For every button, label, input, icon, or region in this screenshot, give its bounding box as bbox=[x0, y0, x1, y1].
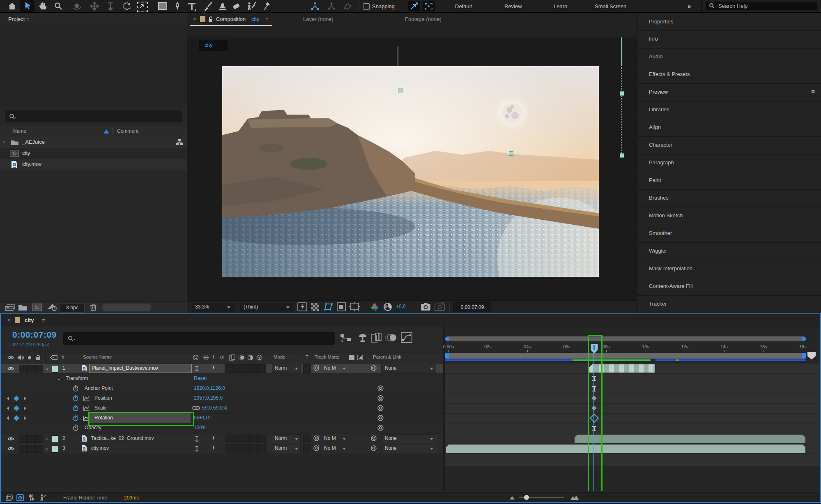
timeline-zoom-slider-knob[interactable] bbox=[524, 495, 529, 500]
type-tool[interactable] bbox=[187, 2, 197, 12]
transform-reset-button[interactable]: Reset bbox=[194, 375, 207, 381]
quality-toggle[interactable]: / bbox=[213, 435, 214, 441]
home-icon[interactable] bbox=[7, 2, 17, 11]
layer-row-3[interactable]: › 3 city.mov / Norm No M bbox=[1, 444, 443, 454]
motion-blur-column-icon[interactable] bbox=[238, 354, 245, 361]
world-axis-mode[interactable] bbox=[327, 2, 336, 10]
work-area-bar[interactable] bbox=[445, 353, 806, 359]
transfer-controls-icon[interactable] bbox=[28, 494, 35, 502]
blend-mode-dropdown[interactable]: Norm bbox=[272, 364, 301, 373]
adjustment-column-icon[interactable] bbox=[247, 354, 253, 361]
shy-toggle-icon[interactable] bbox=[194, 435, 200, 442]
region-of-interest-icon[interactable] bbox=[337, 302, 346, 311]
video-eye-column-icon[interactable] bbox=[7, 355, 14, 360]
parent-pickwhip-icon[interactable] bbox=[370, 435, 377, 442]
project-footer-scrollbar[interactable] bbox=[102, 304, 151, 311]
rectangle-tool[interactable] bbox=[158, 2, 168, 10]
composition-mini-flowchart-icon[interactable] bbox=[340, 333, 352, 343]
orbit-camera-tool[interactable] bbox=[72, 2, 83, 11]
sidebar-item-align[interactable]: Align bbox=[637, 119, 821, 137]
transform-group-label[interactable]: Transform bbox=[66, 375, 88, 381]
navigator-end-handle[interactable] bbox=[802, 337, 806, 341]
mask-visibility-icon[interactable] bbox=[323, 302, 333, 311]
property-label[interactable]: Anchor Point bbox=[85, 385, 113, 391]
bit-depth-button[interactable]: 8 bpc bbox=[60, 303, 85, 313]
next-keyframe-icon[interactable] bbox=[24, 416, 26, 420]
layer3-clip-bar[interactable] bbox=[446, 444, 805, 453]
guides-options-icon[interactable] bbox=[349, 302, 360, 311]
panel-menu-icon[interactable]: ≡ bbox=[811, 88, 815, 95]
property-row-rotation[interactable]: Rotation 0x+1,0° bbox=[1, 413, 443, 423]
shy-toggle-icon[interactable] bbox=[194, 365, 200, 372]
timeline-tab-menu-icon[interactable]: ≡ bbox=[42, 317, 45, 323]
stopwatch-icon[interactable] bbox=[72, 385, 79, 392]
brush-tool[interactable] bbox=[203, 1, 214, 11]
matte-luma-icon[interactable] bbox=[357, 355, 363, 360]
live-update-icon[interactable] bbox=[16, 494, 25, 502]
comp-marker-bin[interactable] bbox=[807, 352, 816, 359]
current-timecode[interactable]: 0:00:07:09 bbox=[12, 330, 57, 340]
layer-row-2[interactable]: › 2 Tactica...ke_02_Ground.mov / Norm No… bbox=[1, 434, 443, 444]
project-item-folder[interactable]: › _AEJuice bbox=[0, 137, 187, 148]
channel-rgb-icon[interactable] bbox=[370, 302, 379, 312]
interpret-footage-icon[interactable] bbox=[5, 304, 16, 311]
brainstorm-icon[interactable] bbox=[39, 494, 47, 502]
item-label[interactable]: city bbox=[22, 150, 30, 156]
timeline-zoom-slider-track[interactable] bbox=[519, 497, 564, 498]
fx-column-icon[interactable]: fx bbox=[220, 354, 224, 360]
sidebar-item-info[interactable]: Info bbox=[637, 31, 821, 48]
sidebar-item-brushes[interactable]: Brushes bbox=[637, 190, 821, 207]
stopwatch-icon-active[interactable] bbox=[72, 414, 79, 421]
close-icon[interactable]: × bbox=[7, 317, 11, 323]
workspace-tab-small-screen[interactable]: Small Screen bbox=[595, 3, 626, 9]
resolution-dropdown[interactable]: (Third) bbox=[240, 302, 293, 312]
prev-keyframe-icon[interactable] bbox=[7, 406, 9, 410]
layer-color-swatch[interactable] bbox=[52, 445, 58, 453]
workspace-tab-learn[interactable]: Learn bbox=[554, 3, 567, 9]
delete-trash-icon[interactable] bbox=[90, 303, 97, 311]
layer-handle[interactable] bbox=[620, 153, 624, 158]
fast-previews-icon[interactable] bbox=[297, 302, 307, 311]
workspace-tab-review[interactable]: Review bbox=[504, 3, 522, 9]
clone-stamp-tool[interactable] bbox=[218, 1, 228, 11]
track-matte-dropdown[interactable]: No M bbox=[323, 364, 347, 373]
collapse-column-icon[interactable] bbox=[203, 354, 209, 361]
parent-dropdown[interactable]: None bbox=[381, 434, 436, 443]
keyframe-toggle-icon[interactable] bbox=[14, 396, 19, 401]
eye-icon[interactable] bbox=[7, 446, 14, 451]
view-axis-mode[interactable] bbox=[343, 2, 352, 10]
timeline-tab-label[interactable]: city bbox=[25, 317, 34, 323]
zoom-out-timeline-icon[interactable] bbox=[509, 495, 515, 500]
timeline-navigator-bar[interactable] bbox=[445, 336, 806, 341]
keyframe-toggle-icon[interactable] bbox=[14, 415, 19, 421]
layer-name[interactable]: Tactica...ke_02_Ground.mov bbox=[91, 435, 154, 441]
property-value[interactable]: 100% bbox=[194, 425, 207, 430]
property-value[interactable]: 59,0,59,0% bbox=[202, 405, 227, 411]
eye-icon[interactable] bbox=[7, 436, 14, 442]
project-search-input[interactable] bbox=[5, 110, 182, 122]
pickwhip-icon[interactable] bbox=[377, 405, 384, 412]
motion-blur-icon[interactable] bbox=[385, 333, 398, 343]
pickwhip-icon[interactable] bbox=[377, 385, 384, 392]
property-label[interactable]: Rotation bbox=[94, 415, 113, 421]
pen-tool[interactable] bbox=[172, 1, 182, 12]
sidebar-item-effects-presets[interactable]: Effects & Presets bbox=[637, 66, 821, 84]
track-matte-dropdown[interactable]: No M bbox=[323, 444, 347, 453]
show-snapshot-icon[interactable] bbox=[435, 302, 445, 311]
close-icon[interactable]: × bbox=[193, 16, 196, 22]
snap-features-button[interactable] bbox=[423, 1, 435, 12]
draft-3d-icon[interactable] bbox=[357, 333, 368, 343]
new-composition-icon[interactable] bbox=[32, 304, 42, 311]
workspace-overflow-icon[interactable]: » bbox=[688, 2, 691, 9]
layer1-clip-bar[interactable] bbox=[589, 364, 655, 373]
property-value[interactable]: 0x+1,0° bbox=[194, 415, 211, 421]
audio-column-icon[interactable] bbox=[17, 354, 24, 361]
property-value[interactable]: 2957,0,295,0 bbox=[194, 395, 223, 401]
pickwhip-icon[interactable] bbox=[377, 414, 384, 421]
quality-toggle[interactable]: / bbox=[213, 444, 214, 451]
track-matte-pickwhip-icon[interactable] bbox=[313, 445, 320, 451]
tab-layer[interactable]: Layer (none) bbox=[303, 16, 333, 22]
eye-icon[interactable] bbox=[7, 366, 14, 371]
search-help-input[interactable]: Search Help bbox=[706, 2, 817, 10]
matte-alpha-icon[interactable] bbox=[349, 355, 354, 360]
